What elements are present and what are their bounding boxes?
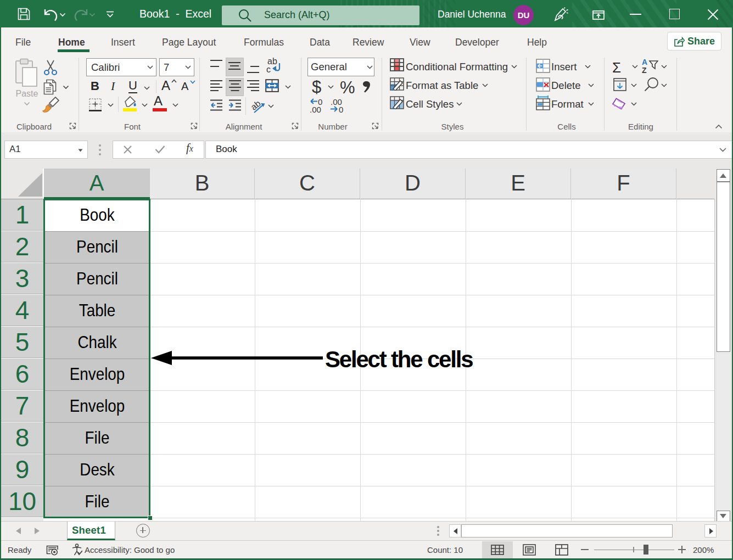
svg-text:.00: .00 xyxy=(310,105,321,113)
svg-text:Z: Z xyxy=(642,66,647,74)
svg-text:c: c xyxy=(266,65,271,74)
svg-text:0: 0 xyxy=(339,105,343,113)
svg-text:A: A xyxy=(642,58,647,66)
svg-text:ab: ab xyxy=(250,98,262,111)
